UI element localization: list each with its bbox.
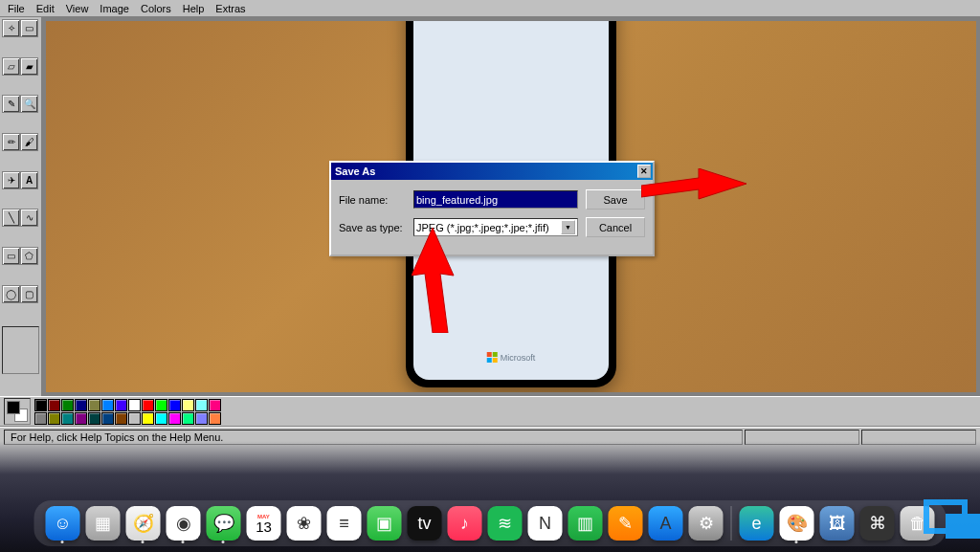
tool-options [2, 326, 39, 374]
dock-separator [731, 506, 732, 541]
tool-eraser-icon[interactable]: ▱ [2, 57, 20, 76]
tool-rect-icon[interactable]: ▭ [2, 247, 20, 265]
palette-swatch[interactable] [48, 412, 60, 425]
palette-swatch[interactable] [155, 399, 167, 411]
palette-swatch[interactable] [128, 399, 141, 411]
tool-select-free-icon[interactable]: ✧ [2, 19, 20, 37]
palette-swatch[interactable] [142, 399, 154, 411]
palette-grid [34, 399, 221, 425]
palette-swatch[interactable] [75, 412, 87, 425]
tool-curve-icon[interactable]: ∿ [20, 209, 38, 227]
palette-swatch[interactable] [195, 399, 208, 411]
tool-line-icon[interactable]: ╲ [2, 209, 20, 227]
tool-picker-icon[interactable]: ✎ [2, 95, 20, 113]
tool-polygon-icon[interactable]: ⬠ [20, 247, 38, 265]
dock-music-icon[interactable]: ♪ [448, 506, 482, 541]
dock-pages-icon[interactable]: ✎ [609, 506, 643, 541]
annotation-arrow-save [641, 168, 746, 212]
cancel-button[interactable]: Cancel [586, 217, 645, 237]
dock-reminders-icon[interactable]: ≡ [327, 506, 362, 541]
tool-ellipse-icon[interactable]: ◯ [2, 285, 20, 303]
microsoft-logo-icon [487, 352, 498, 363]
save-as-dialog: Save As ✕ File name: Save Save as type: … [329, 161, 655, 256]
dock-notion-icon[interactable]: N [528, 506, 563, 541]
palette-swatch[interactable] [142, 412, 154, 425]
palette-swatch[interactable] [34, 412, 47, 425]
dock-photos-icon[interactable]: ❀ [287, 506, 322, 541]
menu-view[interactable]: View [60, 1, 95, 16]
palette-swatch[interactable] [61, 399, 74, 411]
palette-swatch[interactable] [115, 399, 127, 411]
foreground-color-swatch[interactable] [7, 401, 20, 414]
dialog-title: Save As [333, 166, 637, 177]
dock-safari-icon[interactable]: 🧭 [126, 506, 161, 541]
menu-colors[interactable]: Colors [135, 1, 177, 16]
annotation-arrow-type [412, 228, 467, 333]
dock-preview-icon[interactable]: 🖼 [820, 506, 855, 541]
dock: ☺▦🧭◉💬MAY13❀≡▣tv♪≋N▥✎A⚙e🎨🖼⌘🗑 [34, 500, 947, 546]
chevron-down-icon[interactable]: ▼ [561, 220, 575, 234]
watermark-logo-icon [921, 497, 980, 542]
palette-swatch[interactable] [168, 399, 181, 411]
dock-numbers-icon[interactable]: ▥ [568, 506, 603, 541]
svg-rect-3 [946, 514, 980, 539]
palette-swatch[interactable] [209, 399, 221, 411]
dock-appstore-icon[interactable]: A [649, 506, 683, 541]
current-colors[interactable] [4, 398, 31, 425]
svg-marker-1 [412, 228, 454, 333]
menu-extras[interactable]: Extras [210, 1, 251, 16]
filename-label: File name: [339, 194, 413, 206]
palette-swatch[interactable] [101, 412, 114, 425]
palette-swatch[interactable] [209, 412, 221, 425]
palette-swatch[interactable] [195, 412, 208, 425]
palette-swatch[interactable] [182, 412, 194, 425]
tool-text-icon[interactable]: A [20, 171, 38, 189]
tool-magnify-icon[interactable]: 🔍 [20, 95, 38, 113]
color-palette-bar [0, 396, 980, 427]
palette-swatch[interactable] [101, 399, 114, 411]
palette-swatch[interactable] [34, 399, 47, 411]
tool-airbrush-icon[interactable]: ✈ [2, 171, 20, 189]
tool-fill-icon[interactable]: ▰ [20, 57, 38, 76]
tool-pencil-icon[interactable]: ✏ [2, 133, 20, 151]
dock-settings-icon[interactable]: ⚙ [689, 506, 724, 541]
palette-swatch[interactable] [75, 399, 87, 411]
menu-image[interactable]: Image [94, 1, 135, 16]
palette-swatch[interactable] [88, 399, 100, 411]
dock-finder-icon[interactable]: ☺ [46, 506, 80, 541]
dock-chrome-icon[interactable]: ◉ [167, 506, 201, 541]
palette-swatch[interactable] [115, 412, 127, 425]
dock-messages-icon[interactable]: 💬 [207, 506, 241, 541]
tool-select-rect-icon[interactable]: ▭ [20, 19, 38, 37]
dock-calendar-icon[interactable]: MAY13 [247, 506, 281, 541]
palette-swatch[interactable] [128, 412, 141, 425]
palette-swatch[interactable] [168, 412, 181, 425]
svg-marker-0 [641, 168, 746, 199]
dock-facetime-icon[interactable]: ▣ [368, 506, 402, 541]
menu-bar: File Edit View Image Colors Help Extras [0, 0, 980, 17]
dock-mspaint-icon[interactable]: 🎨 [780, 506, 814, 541]
save-type-label: Save as type: [339, 222, 413, 233]
palette-swatch[interactable] [48, 399, 60, 411]
microsoft-logo: Microsoft [487, 352, 536, 363]
filename-input[interactable] [413, 190, 578, 209]
tool-brush-icon[interactable]: 🖌 [20, 133, 38, 151]
menu-edit[interactable]: Edit [31, 1, 60, 16]
tool-rounded-rect-icon[interactable]: ▢ [20, 285, 38, 303]
palette-swatch[interactable] [182, 399, 194, 411]
menu-help[interactable]: Help [177, 1, 211, 16]
menu-file[interactable]: File [2, 1, 31, 16]
dock-screenshot-icon[interactable]: ⌘ [860, 506, 895, 541]
microsoft-logo-text: Microsoft [501, 353, 536, 363]
dock-launchpad-icon[interactable]: ▦ [86, 506, 121, 541]
dock-appletv-icon[interactable]: tv [408, 506, 442, 541]
palette-swatch[interactable] [88, 412, 100, 425]
dock-spotify-icon[interactable]: ≋ [488, 506, 523, 541]
dock-edge-icon[interactable]: e [740, 506, 774, 541]
palette-swatch[interactable] [61, 412, 74, 425]
save-button[interactable]: Save [586, 189, 645, 210]
dialog-titlebar[interactable]: Save As ✕ [331, 163, 653, 180]
palette-swatch[interactable] [155, 412, 167, 425]
toolbox: ✧ ▭ ▱ ▰ ✎ 🔍 ✏ 🖌 ✈ A ╲ ∿ ▭ ⬠ ◯ ▢ [0, 17, 42, 396]
